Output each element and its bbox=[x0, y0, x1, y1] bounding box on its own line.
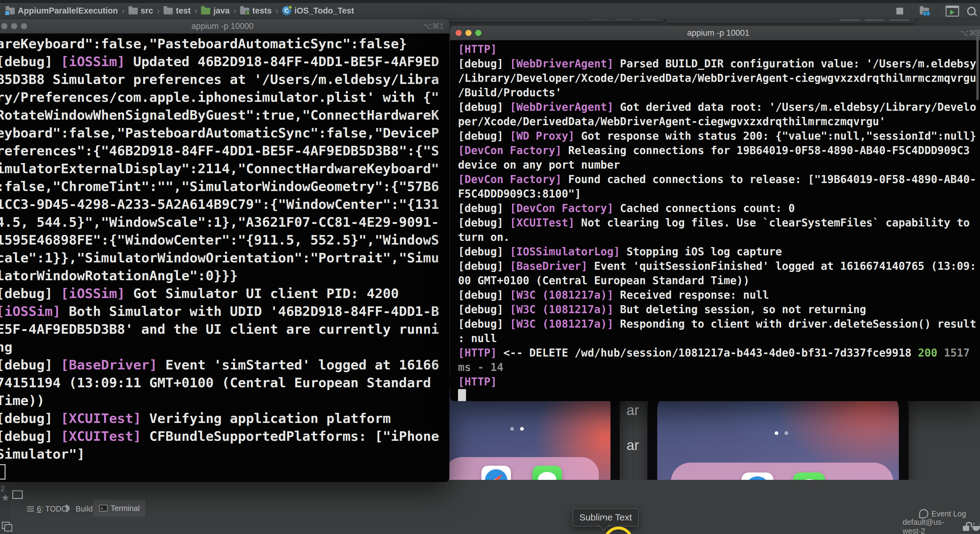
log-line: [debug] [iOSSim] Updated 46B2D918-84FF-4… bbox=[0, 53, 449, 70]
log-line: ng bbox=[0, 338, 449, 356]
folder-test-icon bbox=[240, 8, 249, 14]
run-window-icon[interactable] bbox=[946, 6, 959, 17]
breadcrumb-item-src[interactable]: src bbox=[129, 6, 153, 16]
log-line: [debug] [XCUITest] Verifying application… bbox=[0, 410, 449, 427]
breadcrumb-item-java[interactable]: java bbox=[201, 6, 230, 16]
sidebar-item-todo[interactable]: 6: TODO bbox=[27, 502, 67, 516]
log-line: [debug] [W3C (1081217a)] Responding to c… bbox=[458, 317, 980, 331]
log-line: 1CC3-9D45-4298-A233-5A2A614B9C79":{"Wind… bbox=[0, 195, 449, 213]
log-line: ry/Preferences/com.apple.iphonesimulator… bbox=[0, 88, 449, 106]
balloon-icon bbox=[919, 509, 928, 518]
log-line: areKeyboard":false,"PasteboardAutomaticS… bbox=[0, 35, 449, 53]
log-line: per/Xcode/DerivedData/WebDriverAgent-cie… bbox=[458, 115, 980, 129]
terminal-output[interactable]: areKeyboard":false,"PasteboardAutomaticS… bbox=[0, 33, 449, 481]
todo-list-icon bbox=[27, 506, 34, 507]
terminal-window-appium-10001: appium -p 10001 ⌥⌘2 [HTTP][debug] [WebDr… bbox=[450, 26, 980, 401]
log-line: turn on. bbox=[458, 230, 980, 245]
project-icon bbox=[6, 8, 15, 14]
home-page-dots bbox=[775, 431, 788, 435]
log-line: [debug] [XCUITest] CFBundleSupportedPlat… bbox=[0, 427, 449, 445]
breadcrumb-label: src bbox=[141, 6, 153, 16]
log-line: /Library/Developer/Xcode/DerivedData/Web… bbox=[458, 71, 980, 86]
project-structure-icon[interactable] bbox=[920, 8, 929, 14]
restore-window-icon[interactable] bbox=[12, 490, 23, 499]
occluded-background-text: ar bbox=[627, 402, 639, 418]
log-line: [debug] [W3C (1081217a)] But deleting se… bbox=[458, 302, 980, 317]
scrollbar[interactable] bbox=[976, 30, 979, 100]
terminal-window-appium-10000: appium -p 10000 ⌥⌘1 areKeyboard":false,"… bbox=[0, 19, 449, 482]
breadcrumb-separator: › bbox=[157, 6, 160, 16]
breadcrumb-items: AppiumParallelExecution›src›test›java›te… bbox=[6, 6, 354, 16]
log-line: device on any port number bbox=[458, 158, 980, 172]
terminal-output[interactable]: [HTTP][debug] [WebDriverAgent] Parsed BU… bbox=[450, 40, 980, 401]
aws-profile-widget[interactable]: default@us-west-2 bbox=[902, 520, 980, 533]
terminal-icon: >_ bbox=[99, 505, 108, 512]
terminal-title: appium -p 10000 bbox=[0, 22, 449, 31]
event-log-label: Event Log bbox=[931, 509, 966, 518]
log-line: imulatorExternalDisplay":2114,"ConnectHa… bbox=[0, 159, 449, 177]
log-line: 1595E46898FE":{"WindowCenter":"{911.5, 5… bbox=[0, 231, 449, 249]
tool-window-terminal[interactable]: >_ Terminal bbox=[94, 499, 145, 517]
breadcrumb-item-test[interactable]: test bbox=[164, 6, 191, 16]
log-line: [debug] [W3C (1081217a)] Received respon… bbox=[458, 288, 980, 302]
search-icon[interactable] bbox=[967, 7, 976, 15]
class-icon: C bbox=[282, 6, 291, 15]
home-page-dots bbox=[510, 427, 524, 430]
breadcrumb-separator: › bbox=[275, 6, 278, 16]
breadcrumb-separator: › bbox=[233, 6, 236, 16]
breadcrumb-label: java bbox=[213, 6, 230, 16]
log-line: [HTTP] bbox=[458, 42, 980, 57]
log-line: 4.5, 544.5}","WindowScale":1},"A3621F07-… bbox=[0, 213, 449, 231]
folder-green-icon bbox=[201, 8, 210, 14]
tool-windows-icon[interactable] bbox=[2, 522, 10, 529]
terminal-titlebar[interactable]: appium -p 10001 ⌥⌘2 bbox=[450, 26, 980, 40]
tool-window-number: 2 bbox=[1, 485, 5, 493]
unlock-icon bbox=[963, 526, 969, 531]
build-label: Build bbox=[76, 504, 93, 513]
log-line: ms - 14 bbox=[458, 360, 980, 375]
breadcrumb-item-tests[interactable]: tests bbox=[240, 6, 272, 16]
occluded-background-text: ar bbox=[627, 437, 639, 453]
log-line: [HTTP] <-- DELETE /wd/hub/session/108121… bbox=[458, 346, 980, 360]
terminal-cursor bbox=[0, 464, 6, 480]
terminal-label: Terminal bbox=[111, 504, 140, 513]
toolbar-divider bbox=[911, 5, 912, 17]
page-dot bbox=[784, 431, 788, 435]
tool-window-build[interactable]: Build bbox=[63, 502, 93, 516]
log-line: [DevCon Factory] Found cached connection… bbox=[458, 172, 980, 187]
terminal-title: appium -p 10001 bbox=[450, 28, 980, 38]
ide-toolbar bbox=[896, 4, 980, 18]
breadcrumb-item-appiumparallelexecution[interactable]: AppiumParallelExecution bbox=[6, 6, 118, 16]
log-line: :false,"ChromeTint":"","SimulatorWindowG… bbox=[0, 177, 449, 195]
log-line: Time)) bbox=[0, 392, 449, 410]
toolbar-divider bbox=[937, 5, 937, 17]
log-line: [debug] [WD Proxy] Got response with sta… bbox=[458, 129, 980, 143]
log-line: [debug] [DevCon Factory] Cached connecti… bbox=[458, 201, 980, 216]
log-line: [debug] [BaseDriver] Event 'simStarted' … bbox=[0, 356, 449, 374]
breadcrumb-label: AppiumParallelExecution bbox=[18, 6, 118, 16]
log-line: references":{"46B2D918-84FF-4DD1-BE5F-4A… bbox=[0, 142, 449, 159]
log-line: [debug] [iOSSim] Got Simulator UI client… bbox=[0, 285, 449, 302]
terminal-cursor bbox=[458, 389, 466, 401]
incognito-icon bbox=[972, 522, 980, 531]
folder-icon bbox=[164, 8, 173, 14]
log-line: 74151194 (13:09:11 GMT+0100 (Central Eur… bbox=[0, 374, 449, 392]
log-line: F5C4DDD909C3:8100"] bbox=[458, 187, 980, 201]
hammer-icon bbox=[63, 504, 73, 513]
favorites-star-icon[interactable]: ★ bbox=[1, 492, 10, 503]
terminal-titlebar[interactable]: appium -p 10000 ⌥⌘1 bbox=[0, 19, 449, 33]
breadcrumb-separator: › bbox=[194, 6, 197, 16]
breadcrumb-item-ios_todo_test[interactable]: CiOS_Todo_Test bbox=[282, 6, 354, 16]
log-line: [iOSSim] Both Simulator with UDID '46B2D… bbox=[0, 302, 449, 320]
breadcrumb-label: tests bbox=[252, 6, 272, 16]
log-line: latorWindowRotationAngle":0}}} bbox=[0, 267, 449, 285]
aws-profile-label: default@us-west-2 bbox=[902, 518, 960, 534]
todo-shortcut-number: 6 bbox=[37, 504, 41, 513]
log-line: Simulator"] bbox=[0, 445, 449, 463]
ide-window-top-edge bbox=[0, 0, 980, 3]
breadcrumb-label: test bbox=[176, 6, 191, 16]
terminal-tab-shortcut: ⌥⌘1 bbox=[423, 22, 444, 31]
log-line: RotateWindowWhenSignaledByGuest":true,"C… bbox=[0, 106, 449, 124]
stop-icon[interactable] bbox=[896, 8, 903, 14]
breadcrumb-separator: › bbox=[122, 6, 125, 16]
